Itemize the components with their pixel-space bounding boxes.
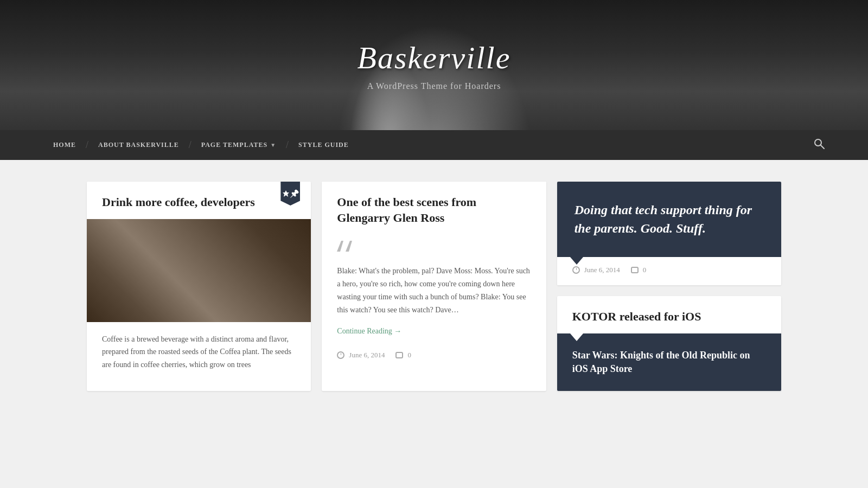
dark-clock-icon [572, 266, 580, 274]
nav-items: HOME / ABOUT BASKERVILLE / PAGE TEMPLATE… [43, 139, 814, 151]
date-meta: June 6, 2014 [337, 351, 385, 359]
dark-date-meta: June 6, 2014 [572, 266, 620, 274]
card-dark-footer: June 6, 2014 0 [557, 257, 781, 285]
card-coffee-image [87, 219, 311, 322]
dark-comments-meta: 0 [631, 266, 647, 274]
clock-icon [337, 351, 344, 359]
pin-icon [280, 182, 300, 206]
card-coffee-text: Coffee is a brewed beverage with a disti… [102, 333, 296, 371]
card-dark-quote-text: Doing that tech support thing for the pa… [557, 182, 781, 257]
nav-item-about[interactable]: ABOUT BASKERVILLE [88, 141, 189, 149]
card-glengarry-body: Blake: What's the problem, pal? Dave Mos… [322, 254, 546, 327]
card-glengarry: One of the best scenes from Glengarry Gl… [322, 182, 546, 391]
site-title: Baskerville [358, 40, 511, 76]
card-kotor-title: KOTOR released for iOS [572, 309, 766, 325]
card-coffee-header: Drink more coffee, developers [87, 182, 311, 219]
card-glengarry-quote-mark [322, 234, 546, 254]
card-glengarry-header: One of the best scenes from Glengarry Gl… [322, 182, 546, 234]
card-glengarry-text: Blake: What's the problem, pal? Dave Mos… [337, 265, 531, 316]
card-glengarry-title: One of the best scenes from Glengarry Gl… [337, 195, 531, 226]
card-kotor-image: Star Wars: Knights of the Old Republic o… [557, 333, 781, 391]
search-icon[interactable] [814, 138, 825, 152]
speech-triangle [570, 257, 583, 265]
nav-item-page-templates[interactable]: PAGE TEMPLATES ▼ [192, 141, 286, 149]
continue-reading-link[interactable]: Continue Reading → [322, 327, 546, 344]
nav-item-home[interactable]: HOME [43, 141, 86, 149]
site-navigation: HOME / ABOUT BASKERVILLE / PAGE TEMPLATE… [0, 130, 868, 160]
svg-point-0 [815, 139, 821, 146]
card-dark-quote: Doing that tech support thing for the pa… [557, 182, 781, 285]
card-coffee: Drink more coffee, developers Coffee is … [87, 182, 311, 391]
dropdown-arrow-icon: ▼ [270, 142, 276, 148]
card-glengarry-footer: June 6, 2014 0 [322, 344, 546, 370]
kotor-triangle [570, 333, 583, 341]
card-kotor: KOTOR released for iOS Star Wars: Knight… [557, 296, 781, 391]
card-kotor-header: KOTOR released for iOS [557, 296, 781, 333]
site-tagline: A WordPress Theme for Hoarders [367, 81, 501, 91]
site-header: Baskerville A WordPress Theme for Hoarde… [0, 0, 868, 130]
comment-icon [395, 352, 403, 358]
comments-meta: 0 [395, 351, 411, 359]
dark-comment-icon [631, 267, 639, 273]
nav-item-style-guide[interactable]: STYLE GUIDE [289, 141, 359, 149]
card-coffee-body: Coffee is a brewed beverage with a disti… [87, 322, 311, 382]
right-column: Doing that tech support thing for the pa… [557, 182, 781, 391]
card-kotor-image-text: Star Wars: Knights of the Old Republic o… [572, 349, 766, 376]
main-content: Drink more coffee, developers Coffee is … [43, 160, 825, 413]
card-coffee-title: Drink more coffee, developers [102, 195, 296, 210]
card-dark-body: Doing that tech support thing for the pa… [557, 182, 781, 257]
svg-line-1 [821, 145, 824, 149]
